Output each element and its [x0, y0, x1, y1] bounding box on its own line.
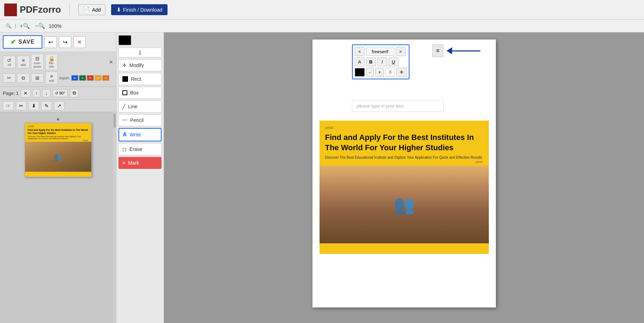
save-toolbar: ✔ SAVE ↩ ↪ ✕ — [0, 32, 116, 52]
text-formatting-toolbar: < > A B I U - + X ✛ — [352, 44, 410, 79]
logo-text: PDFzorro — [20, 4, 61, 15]
text-color-button[interactable] — [355, 68, 365, 77]
box-tool-button[interactable]: Box — [119, 87, 162, 99]
scroll-thumb[interactable] — [114, 114, 116, 128]
box-label: Box — [130, 90, 139, 96]
modify-tool-button[interactable]: ✛ Modify — [119, 59, 162, 71]
pdf-updf-top-label: UPDF — [325, 126, 483, 130]
delete-page-button[interactable]: ✕ — [21, 89, 30, 97]
export-label: export — [59, 76, 69, 80]
download-page-button[interactable]: ⬇ — [29, 101, 39, 110]
decrease-size-button[interactable]: - — [366, 68, 374, 77]
crop-tool-button[interactable]: ✂ — [16, 101, 26, 110]
zoom-fit-button[interactable]: 🔍 — [4, 23, 13, 29]
students-icon: 👥 — [393, 194, 415, 215]
add-page-button[interactable]: ≡ add — [45, 72, 58, 84]
delete-text-button[interactable]: X — [385, 68, 395, 77]
write-tool-button[interactable]: A Write — [119, 128, 162, 141]
tools-panel: 1 ✛ Modify Rect. Box ╱ Line 〰 Pencil A W… — [116, 32, 164, 323]
arrow-indicator — [446, 47, 480, 54]
page-number-label: Page: 1 — [3, 91, 19, 96]
redo-button[interactable]: ↪ — [59, 36, 71, 48]
menu-dots-button[interactable]: ≡ — [432, 44, 443, 57]
cancel-button[interactable]: ✕ — [73, 36, 86, 48]
zoom-in-button[interactable]: +🔍 — [18, 22, 31, 30]
erase-tool-button[interactable]: ◻ Erase — [119, 143, 162, 155]
grid-button[interactable]: ⊞ — [31, 73, 44, 83]
toolbar-row-2: ✂ ⧉ ⊞ ≡ add export W X P O H — [3, 72, 113, 84]
undo-button[interactable]: ↩ — [44, 36, 57, 48]
add-label: add — [20, 63, 26, 67]
export-word-button[interactable]: W — [71, 75, 78, 81]
pencil-tool-button[interactable]: 〰 Pencil — [119, 114, 162, 126]
finish-download-button[interactable]: ⬇ Finish / Download — [111, 4, 168, 15]
rotate-icon: ↺ — [7, 57, 11, 63]
copy-icon: ⧉ — [22, 75, 25, 81]
left-scrollbar[interactable] — [113, 112, 116, 323]
pdf-yellow-header: UPDF Find and Apply For the Best Institu… — [320, 121, 489, 166]
font-name-input[interactable] — [366, 48, 394, 56]
toolbar-close-button[interactable]: ✕ — [109, 59, 113, 65]
pdf-content: UPDF Find and Apply For the Best Institu… — [312, 114, 496, 261]
increase-size-button[interactable]: + — [375, 68, 384, 77]
save-button[interactable]: ✔ SAVE — [3, 35, 42, 49]
thumb-desc-text: Discover The Best Educational Institute … — [28, 135, 89, 140]
rotate-all-button[interactable]: ↺ All — [3, 56, 16, 68]
edit-page-button[interactable]: ✎ — [41, 101, 52, 110]
page-thumbnail[interactable]: UPDF Find and Apply For the Best Institu… — [25, 123, 92, 177]
font-a-button[interactable]: A — [355, 57, 365, 66]
bold-button[interactable]: B — [366, 57, 376, 66]
next-font-button[interactable]: > — [396, 47, 406, 56]
share-page-button[interactable]: ↗ — [54, 101, 65, 110]
color-selector[interactable] — [119, 35, 131, 45]
add-pdf-icon: 📄 — [83, 6, 90, 13]
export-odt-button[interactable]: O — [95, 75, 102, 81]
hand-tool-button[interactable]: ☞ — [3, 101, 14, 110]
pdf-updf-right-label: UPDF — [475, 160, 483, 164]
style-row: A B I U — [355, 57, 407, 66]
pencil-icon: 〰 — [122, 117, 127, 123]
move-page-down-button[interactable]: ↓ — [42, 89, 50, 97]
scissors-icon: ✂ — [7, 75, 11, 81]
add-button[interactable]: 📄 Add — [78, 4, 105, 15]
compress-icon: ⊟ — [35, 56, 40, 61]
scroll-up-button[interactable]: ▲ — [56, 116, 60, 121]
thumb-image: 👥 — [25, 142, 91, 172]
rotate-page-button[interactable]: ↺ 90° — [53, 90, 68, 97]
rect-label: Rect. — [131, 76, 142, 82]
modify-icon: ✛ — [122, 62, 127, 68]
zoom-out-button[interactable]: −🔍 — [34, 22, 47, 30]
action-toolbar: ↺ All ≡ add ⊟ com-press 🔒 file-info ✕ — [0, 52, 116, 87]
text-input-area[interactable]: please type in your text... — [352, 100, 444, 112]
file-info-button[interactable]: 🔒 file-info — [45, 54, 58, 70]
pencil-label: Pencil — [130, 117, 144, 123]
mark-tool-button[interactable]: ≡ Mark — [119, 157, 162, 169]
cut-button[interactable]: ✂ — [3, 73, 16, 83]
underline-button[interactable]: U — [389, 57, 399, 66]
copy-page-button[interactable]: ⧉ — [70, 89, 79, 97]
rect-tool-button[interactable]: Rect. — [119, 73, 162, 85]
compress-button[interactable]: ⊟ com-press — [31, 54, 44, 70]
add-pages-button[interactable]: ≡ add — [17, 56, 30, 68]
zoom-level-label: 100% — [49, 23, 61, 29]
export-html-button[interactable]: H — [102, 75, 109, 81]
thumb-updf-label: UPDF — [28, 125, 89, 128]
move-page-up-button[interactable]: ↑ — [32, 89, 41, 97]
zoom-separator: | — [15, 23, 16, 29]
pdf-bottom-yellow-bar — [320, 243, 489, 254]
add-icon: ≡ — [50, 73, 53, 79]
save-button-label: SAVE — [18, 39, 35, 45]
italic-button[interactable]: I — [377, 57, 387, 66]
line-label: Line — [128, 104, 137, 109]
line-tool-button[interactable]: ╱ Line — [119, 100, 162, 112]
finish-button-label: Finish / Download — [123, 7, 162, 13]
erase-label: Erase — [129, 146, 142, 152]
add-button-label: Add — [92, 7, 101, 13]
export-ppt-button[interactable]: P — [87, 75, 94, 81]
move-text-button[interactable]: ✛ — [396, 68, 407, 77]
logo-icon — [4, 4, 17, 16]
copy-button[interactable]: ⧉ — [17, 73, 30, 83]
size-input[interactable]: 1 — [119, 48, 162, 57]
prev-font-button[interactable]: < — [355, 47, 365, 56]
export-excel-button[interactable]: X — [79, 75, 86, 81]
